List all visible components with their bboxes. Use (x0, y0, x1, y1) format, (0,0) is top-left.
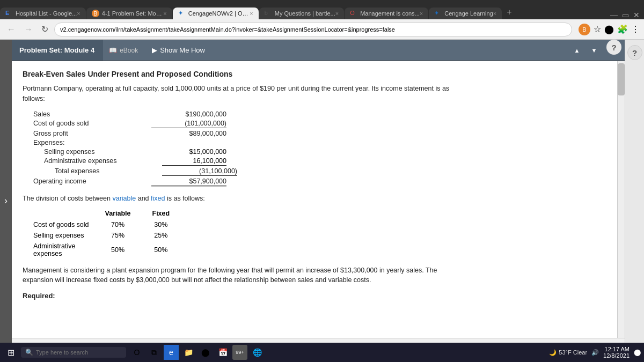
clock-display: 12:17 AM 12/8/2021 (603, 346, 630, 359)
video-icon: ▶ (152, 46, 157, 54)
bookmark-star-icon[interactable]: ☆ (594, 24, 601, 34)
tab-cengage-learning[interactable]: ✦ Cengage Learning × (429, 8, 502, 19)
tab-close-1[interactable]: × (77, 10, 80, 17)
tab-icon-3: ✦ (178, 10, 186, 17)
moon-icon: 🌙 (549, 349, 557, 356)
tab-problem-set[interactable]: B 4-1 Problem Set: Mod... × (86, 8, 172, 19)
bottom-spacer (23, 300, 452, 321)
table-header-row: Variable Fixed (33, 208, 191, 219)
left-arrow-icon: › (4, 195, 8, 206)
management-text: Management is considering a plant expans… (23, 265, 452, 286)
taskbar-cortana-button[interactable]: O (129, 345, 144, 360)
cost-division-text: The division of costs between variable a… (23, 195, 452, 202)
tab-management[interactable]: O Management is cons... × (345, 8, 428, 19)
content-container: Break-Even Sales Under Present and Propo… (23, 70, 452, 321)
new-tab-button[interactable]: + (502, 5, 516, 19)
speaker-icon[interactable]: 🔊 (591, 349, 599, 356)
notification-area-icon[interactable]: ⬤ (634, 349, 641, 356)
tab-close-5[interactable]: × (420, 10, 423, 17)
taskbar-search-bar[interactable]: 🔍 (21, 347, 126, 358)
taskbar-right: 🌙 53°F Clear 🔊 12:17 AM 12/8/2021 ⬤ (549, 346, 641, 359)
content-scroll[interactable]: Break-Even Sales Under Present and Propo… (12, 61, 625, 338)
income-row-cogs: Cost of goods sold (101,000,000) (33, 120, 452, 128)
tab-close-3[interactable]: × (250, 10, 253, 17)
scroll-down-icon[interactable]: ▼ (586, 42, 602, 58)
table-row-admin: Administrativeexpenses 50% 50% (33, 241, 191, 259)
taskbar: ⊞ 🔍 O ⧉ e 📁 ⬤ 📅 99+ 🌐 🌙 53°F Clear 🔊 12:… (0, 343, 644, 362)
header-right-icons: ▲ ▼ (569, 40, 604, 61)
forward-button[interactable]: → (21, 24, 35, 35)
restore-button[interactable]: ▭ (622, 11, 629, 19)
main-content: Problem Set: Module 4 📖 eBook ▶ Show Me … (12, 40, 625, 362)
address-input[interactable] (54, 23, 572, 36)
col-header-variable: Variable (105, 208, 152, 219)
close-window-button[interactable]: ✕ (633, 11, 640, 19)
browser-icons: B ☆ ⬤ 🧩 ⋮ (579, 24, 640, 35)
expenses-header: Expenses: (33, 139, 452, 146)
row-variable-selling: 75% (105, 230, 152, 241)
income-row-operating: Operating income $57,900,000 (33, 178, 452, 187)
taskbar-app-icon-4[interactable]: 📅 (215, 345, 230, 360)
weather-display: 🌙 53°F Clear (549, 349, 587, 356)
tab-icon-1: E (5, 10, 13, 17)
scrollbar-thumb[interactable] (618, 63, 625, 95)
income-row-gross-profit: Gross profit $89,000,000 (33, 130, 452, 137)
table-row-selling: Selling expenses 75% 25% (33, 230, 191, 241)
tab-icon-6: ✦ (434, 10, 442, 17)
help-button[interactable]: ? (606, 40, 621, 55)
variable-fixed-table: Variable Fixed Cost of goods sold 70% 30… (33, 208, 191, 259)
settings-menu-icon[interactable]: ⋮ (631, 24, 640, 34)
scrollbar-track[interactable] (617, 61, 625, 338)
income-row-total-exp: Total expenses (31,100,000) (33, 167, 452, 176)
taskbar-notification-badge[interactable]: 99+ (232, 345, 247, 360)
reload-button[interactable]: ↻ (39, 23, 51, 35)
search-icon: 🔍 (25, 349, 33, 356)
address-bar-row: ← → ↻ B ☆ ⬤ 🧩 ⋮ (0, 19, 644, 40)
show-me-how-tab[interactable]: ▶ Show Me How (144, 40, 213, 61)
taskbar-file-explorer-icon[interactable]: 📁 (181, 345, 196, 360)
taskbar-chrome-icon[interactable]: ⬤ (198, 345, 213, 360)
section-title: Break-Even Sales Under Present and Propo… (23, 70, 452, 78)
row-fixed-selling: 25% (152, 230, 192, 241)
row-fixed-admin: 50% (152, 241, 192, 259)
col-header-category (33, 208, 105, 219)
ebook-icon: 📖 (109, 47, 117, 54)
intro-text: Portmann Company, operating at full capa… (23, 84, 452, 104)
problem-set-title: Problem Set: Module 4 (12, 40, 103, 61)
taskbar-task-view-button[interactable]: ⧉ (147, 345, 162, 360)
taskbar-edge-icon[interactable]: e (164, 345, 179, 360)
tab-close-2[interactable]: × (163, 10, 166, 17)
ebook-tab[interactable]: 📖 eBook (103, 40, 144, 61)
browser-chrome: E Hospital List - Google... × B 4-1 Prob… (0, 0, 644, 40)
row-variable-cogs: 70% (105, 219, 152, 230)
row-label-admin: Administrativeexpenses (33, 241, 105, 259)
row-fixed-cogs: 30% (152, 219, 192, 230)
tab-close-6[interactable]: × (493, 10, 496, 17)
tab-bar: E Hospital List - Google... × B 4-1 Prob… (0, 0, 644, 19)
side-help-button[interactable]: ? (627, 45, 642, 60)
scroll-up-icon[interactable]: ▲ (569, 42, 585, 58)
row-variable-admin: 50% (105, 241, 152, 259)
header-bar: Problem Set: Module 4 📖 eBook ▶ Show Me … (12, 40, 625, 61)
row-label-selling: Selling expenses (33, 230, 105, 241)
tab-icon-4: b (265, 10, 272, 17)
ext-icon-1[interactable]: B (579, 24, 590, 35)
tab-hospital-list[interactable]: E Hospital List - Google... × (0, 8, 86, 19)
page-body: › Problem Set: Module 4 📖 eBook ▶ Show M… (0, 40, 644, 362)
tab-my-questions[interactable]: b My Questions | bartle... × (259, 8, 344, 19)
minimize-button[interactable]: — (610, 11, 618, 19)
left-nav-button[interactable]: › (0, 40, 12, 362)
extension-icon[interactable]: 🧩 (617, 24, 628, 34)
back-button[interactable]: ← (4, 24, 18, 35)
taskbar-app-icon-6[interactable]: 🌐 (250, 345, 265, 360)
taskbar-search-input[interactable] (36, 349, 122, 356)
start-button[interactable]: ⊞ (3, 348, 19, 358)
tab-close-4[interactable]: × (335, 10, 339, 17)
tab-cengage-now[interactable]: ✦ CengageNOWv2 | On... × (173, 8, 259, 19)
required-label: Required: (23, 292, 452, 300)
profile-icon[interactable]: ⬤ (604, 24, 614, 34)
col-header-fixed: Fixed (152, 208, 192, 219)
tab-icon-5: O (350, 10, 357, 17)
table-row-cogs: Cost of goods sold 70% 30% (33, 219, 191, 230)
row-label-cogs: Cost of goods sold (33, 219, 105, 230)
